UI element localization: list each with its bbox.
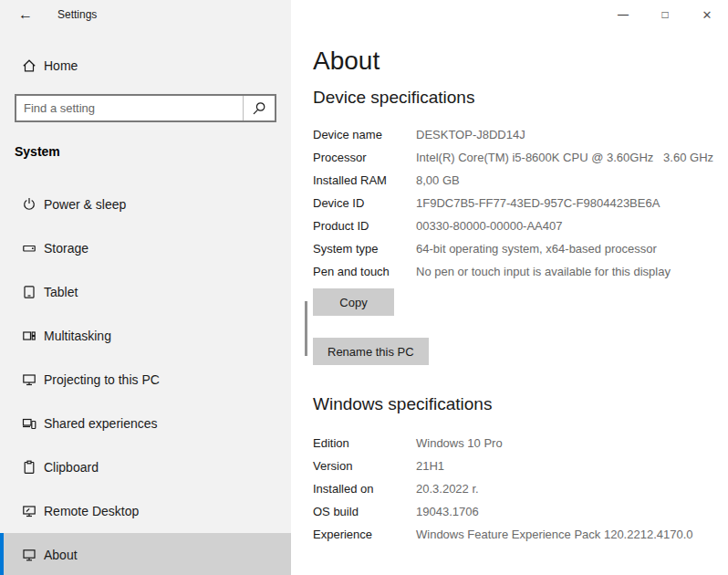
spec-row-os-build: OS build 19043.1706 <box>313 504 728 520</box>
spec-value: No pen or touch input is available for t… <box>416 264 671 280</box>
titlebar-left: ← Settings <box>0 0 291 29</box>
sidebar-item-multitasking[interactable]: Multitasking <box>0 314 291 358</box>
content-scrollbar-thumb[interactable] <box>305 301 307 356</box>
sidebar-item-tablet[interactable]: Tablet <box>0 270 291 314</box>
remote-desktop-icon <box>22 504 36 518</box>
sidebar-section-system: System <box>15 143 276 160</box>
multitasking-icon <box>22 329 36 343</box>
spec-label: Installed RAM <box>313 172 416 189</box>
search-icon[interactable] <box>244 96 275 120</box>
about-icon <box>22 548 36 562</box>
sidebar-item-label: Storage <box>44 241 88 256</box>
spec-value: DESKTOP-J8DD14J <box>416 127 525 143</box>
sidebar-item-label: About <box>44 548 78 562</box>
spec-row-pen-touch: Pen and touch No pen or touch input is a… <box>313 264 728 280</box>
sidebar-nav: Power & sleep Storage <box>0 183 291 575</box>
windows-specifications-heading: Windows specifications <box>313 393 728 415</box>
sidebar: ← Settings Home System <box>0 0 291 575</box>
back-icon[interactable]: ← <box>18 7 36 22</box>
spec-value: 21H1 <box>416 458 444 475</box>
selected-accent-bar <box>0 533 4 575</box>
close-button[interactable]: ✕ <box>686 0 728 29</box>
spec-value: Windows 10 Pro <box>416 435 503 452</box>
tablet-icon <box>22 285 36 299</box>
spec-row-installed-on: Installed on 20.3.2022 r. <box>313 481 728 497</box>
sidebar-item-label: Multitasking <box>44 329 111 343</box>
device-spec-table: Device name DESKTOP-J8DD14J Processor In… <box>313 127 728 280</box>
spec-label: Experience <box>313 527 416 543</box>
sidebar-item-label: Clipboard <box>44 460 99 475</box>
rename-pc-button[interactable]: Rename this PC <box>313 338 429 365</box>
sidebar-item-power-sleep[interactable]: Power & sleep <box>0 183 291 226</box>
spec-value: 20.3.2022 r. <box>416 481 479 497</box>
spec-row-installed-ram: Installed RAM 8,00 GB <box>313 172 728 189</box>
sidebar-item-label: Remote Desktop <box>44 504 139 518</box>
spec-row-device-id: Device ID 1F9DC7B5-FF77-43ED-957C-F98044… <box>313 195 728 212</box>
spec-label: Device ID <box>313 195 416 212</box>
spec-value: 00330-80000-00000-AA407 <box>416 218 562 235</box>
clipboard-icon <box>22 460 36 475</box>
app-title: Settings <box>57 8 97 21</box>
storage-icon <box>22 241 36 256</box>
spec-row-version: Version 21H1 <box>313 458 728 475</box>
spec-label: Device name <box>313 127 416 143</box>
search-box <box>15 94 276 122</box>
sidebar-item-clipboard[interactable]: Clipboard <box>0 445 291 489</box>
projecting-icon <box>22 372 36 387</box>
spec-label: Pen and touch <box>313 264 416 280</box>
spec-label: OS build <box>313 504 416 520</box>
sidebar-item-label: Shared experiences <box>44 416 158 431</box>
spec-row-device-name: Device name DESKTOP-J8DD14J <box>313 127 728 143</box>
spec-value: 1F9DC7B5-FF77-43ED-957C-F9804423BE6A <box>416 195 660 212</box>
spec-value: 8,00 GB <box>416 172 460 189</box>
sidebar-item-about[interactable]: About <box>0 533 291 575</box>
windows-spec-table: Edition Windows 10 Pro Version 21H1 Inst… <box>313 435 728 543</box>
spec-label: Processor <box>313 150 416 166</box>
spec-value: 19043.1706 <box>416 504 479 520</box>
about-page: About Device specifications Device name … <box>291 46 728 543</box>
sidebar-item-storage[interactable]: Storage <box>0 226 291 270</box>
settings-window: ← Settings Home System <box>0 0 728 575</box>
spec-row-experience: Experience Windows Feature Experience Pa… <box>313 527 728 543</box>
device-specifications-heading: Device specifications <box>313 87 728 109</box>
spec-label: Version <box>313 458 416 475</box>
sidebar-item-remote-desktop[interactable]: Remote Desktop <box>0 489 291 533</box>
power-icon <box>22 197 36 212</box>
home-label: Home <box>44 58 78 73</box>
spec-label: System type <box>313 241 416 257</box>
spec-value: Windows Feature Experience Pack 120.2212… <box>416 527 693 543</box>
spec-row-edition: Edition Windows 10 Pro <box>313 435 728 452</box>
minimize-button[interactable]: — <box>602 0 644 29</box>
shared-experiences-icon <box>22 416 36 431</box>
sidebar-item-home[interactable]: Home <box>0 47 291 84</box>
spec-row-product-id: Product ID 00330-80000-00000-AA407 <box>313 218 728 235</box>
search-input[interactable] <box>16 96 243 120</box>
home-icon <box>22 58 36 73</box>
spec-label: Installed on <box>313 481 416 497</box>
spec-label: Product ID <box>313 218 416 235</box>
window-controls: — □ ✕ <box>602 0 728 29</box>
spec-value: 64-bit operating system, x64-based proce… <box>416 241 657 257</box>
sidebar-item-shared-experiences[interactable]: Shared experiences <box>0 402 291 445</box>
sidebar-item-label: Tablet <box>44 285 78 299</box>
spec-value: Intel(R) Core(TM) i5-8600K CPU @ 3.60GHz… <box>416 150 713 166</box>
copy-button[interactable]: Copy <box>313 288 394 316</box>
spec-row-processor: Processor Intel(R) Core(TM) i5-8600K CPU… <box>313 150 728 166</box>
sidebar-item-projecting[interactable]: Projecting to this PC <box>0 358 291 402</box>
sidebar-item-label: Power & sleep <box>44 197 126 212</box>
spec-label: Edition <box>313 435 416 452</box>
spec-row-system-type: System type 64-bit operating system, x64… <box>313 241 728 257</box>
maximize-button[interactable]: □ <box>644 0 686 29</box>
page-title: About <box>313 46 728 77</box>
sidebar-item-label: Projecting to this PC <box>44 372 160 387</box>
content-pane: — □ ✕ About Device specifications Device… <box>291 0 728 575</box>
